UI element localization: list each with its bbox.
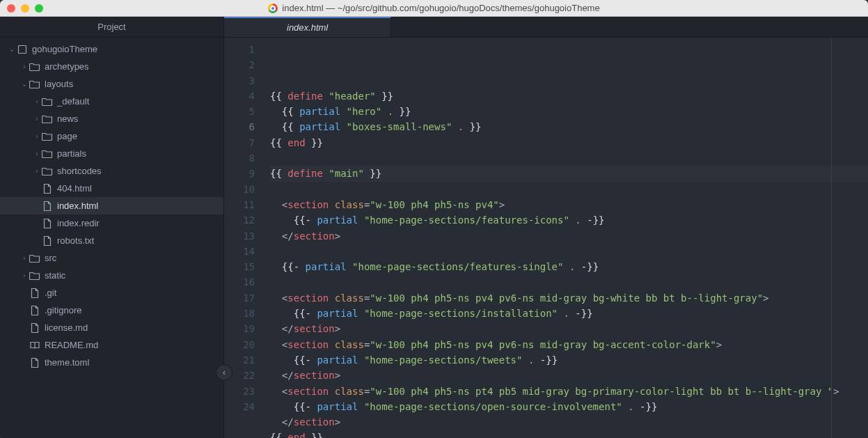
code-line[interactable]: {{- partial "home-page-sections/open-sou… (270, 399, 868, 414)
chevron-right-icon[interactable]: › (32, 97, 42, 105)
chevron-right-icon[interactable]: › (32, 115, 42, 123)
code-content[interactable]: {{ define "header" }} {{ partial "hero" … (260, 38, 868, 438)
code-line[interactable]: {{ end }} (270, 430, 868, 438)
tree-item[interactable]: license.md (0, 319, 223, 336)
tree-item-label: index.html (57, 201, 98, 211)
line-number: 7 (224, 135, 255, 150)
tree-item[interactable]: ›archetypes (0, 58, 223, 75)
line-number: 9 (224, 166, 255, 181)
folder-icon (29, 253, 40, 264)
file-icon (42, 183, 53, 194)
window-title: index.html — ~/go/src/github.com/gohugoi… (0, 3, 868, 13)
chevron-right-icon[interactable]: › (32, 132, 42, 140)
tree-item[interactable]: index.html (0, 197, 223, 214)
tree-item-label: src (45, 253, 56, 263)
editor-tabbar: index.html (224, 17, 868, 38)
chevron-down-icon[interactable]: ⌄ (19, 80, 29, 88)
tab-index-html[interactable]: index.html (224, 17, 391, 37)
window-titlebar: index.html — ~/go/src/github.com/gohugoi… (0, 0, 868, 17)
folder-icon (29, 61, 40, 72)
tree-item-label: static (45, 270, 65, 281)
code-line[interactable]: </section> (270, 368, 868, 383)
line-number: 1 (224, 42, 255, 57)
tree-item-label: index.redir (57, 218, 100, 228)
code-line[interactable]: <section class="w-100 ph4 ph5-ns pv4"> (270, 197, 868, 212)
tree-item-label: _default (57, 96, 89, 107)
tree-item-label: .gitignore (45, 305, 81, 315)
code-line[interactable] (270, 244, 868, 259)
line-number: 24 (224, 399, 255, 414)
code-line[interactable] (270, 274, 868, 290)
tree-item[interactable]: ›src (0, 249, 223, 267)
code-line[interactable]: <section class="w-100 ph4 ph5-ns pv4 pv6… (270, 290, 868, 306)
line-number: 23 (224, 384, 255, 399)
chevron-right-icon[interactable]: › (19, 254, 29, 262)
tree-item-label: gohugoioTheme (32, 44, 97, 54)
window-title-text: index.html — ~/go/src/github.com/gohugoi… (282, 3, 599, 13)
file-icon (42, 201, 53, 212)
tree-item[interactable]: ›partials (0, 145, 223, 162)
chevron-right-icon[interactable]: › (32, 167, 42, 175)
line-number: 17 (224, 290, 255, 306)
code-line[interactable]: </section> (270, 321, 868, 336)
line-number: 2 (224, 57, 255, 72)
minimize-window-button[interactable] (21, 4, 29, 13)
tree-item[interactable]: .git (0, 284, 223, 302)
code-line[interactable]: {{- partial "home-page-sections/features… (270, 212, 868, 228)
code-line[interactable]: <section class="w-100 ph4 ph5-ns pv4 pv6… (270, 337, 868, 352)
line-number: 18 (224, 306, 255, 321)
chevron-right-icon[interactable]: › (19, 63, 29, 70)
window-controls (7, 4, 43, 13)
project-tree[interactable]: ⌄gohugoioTheme›archetypes⌄layouts›_defau… (0, 38, 223, 438)
tree-item[interactable]: robots.txt (0, 232, 223, 249)
code-line[interactable]: {{- partial "home-page-sections/tweets" … (270, 352, 868, 368)
app-body: Project ⌄gohugoioTheme›archetypes⌄layout… (0, 17, 868, 438)
tree-item[interactable]: ›static (0, 267, 223, 284)
code-area[interactable]: 123456789101112131415161718192021222324 … (224, 38, 868, 438)
close-window-button[interactable] (7, 4, 15, 13)
code-line[interactable]: {{ end }} (270, 135, 868, 150)
readme-icon (29, 340, 40, 351)
tree-item-label: .git (45, 288, 56, 298)
line-number: 8 (224, 150, 255, 166)
code-line[interactable]: </section> (270, 414, 868, 430)
code-line[interactable]: {{- partial "home-page-sections/features… (270, 259, 868, 274)
panel-toggle-button[interactable]: ‹ (216, 364, 232, 381)
code-line[interactable]: {{- partial "home-page-sections/installa… (270, 306, 868, 321)
line-number: 15 (224, 259, 255, 274)
tree-item[interactable]: ›news (0, 110, 223, 127)
tree-item[interactable]: index.redir (0, 214, 223, 232)
tree-item[interactable]: ›_default (0, 93, 223, 110)
tree-item[interactable]: ⌄gohugoioTheme (0, 40, 223, 58)
tree-item[interactable]: 404.html (0, 180, 223, 197)
tree-item-label: theme.toml (45, 357, 89, 368)
tree-item-label: license.md (45, 322, 88, 333)
code-line[interactable]: {{ define "main" }} (270, 166, 868, 181)
code-line[interactable] (270, 182, 868, 197)
tree-item[interactable]: README.md (0, 336, 223, 354)
file-icon (42, 218, 53, 229)
code-line[interactable]: {{ partial "hero" . }} (270, 104, 868, 119)
code-line[interactable]: <section class="w-100 ph4 ph5-ns pt4 pb5… (270, 384, 868, 399)
tree-item[interactable]: ⌄layouts (0, 75, 223, 93)
line-number: 14 (224, 244, 255, 259)
chevron-right-icon[interactable]: › (19, 272, 29, 279)
chevron-right-icon[interactable]: › (32, 150, 42, 157)
code-line[interactable]: {{ partial "boxes-small-news" . }} (270, 119, 868, 134)
code-line[interactable]: {{ define "header" }} (270, 88, 868, 104)
zoom-window-button[interactable] (35, 4, 43, 13)
tree-item[interactable]: theme.toml (0, 354, 223, 371)
file-icon (29, 357, 40, 368)
line-number: 13 (224, 228, 255, 244)
tree-item[interactable]: ›page (0, 127, 223, 145)
project-icon (17, 44, 28, 55)
line-number: 19 (224, 321, 255, 336)
code-line[interactable]: </section> (270, 228, 868, 244)
code-line[interactable] (270, 150, 868, 166)
tree-item[interactable]: .gitignore (0, 302, 223, 319)
folder-icon (42, 96, 53, 107)
tree-item[interactable]: ›shortcodes (0, 162, 223, 180)
chevron-down-icon[interactable]: ⌄ (7, 45, 17, 53)
line-number: 11 (224, 197, 255, 212)
file-icon (29, 305, 40, 316)
